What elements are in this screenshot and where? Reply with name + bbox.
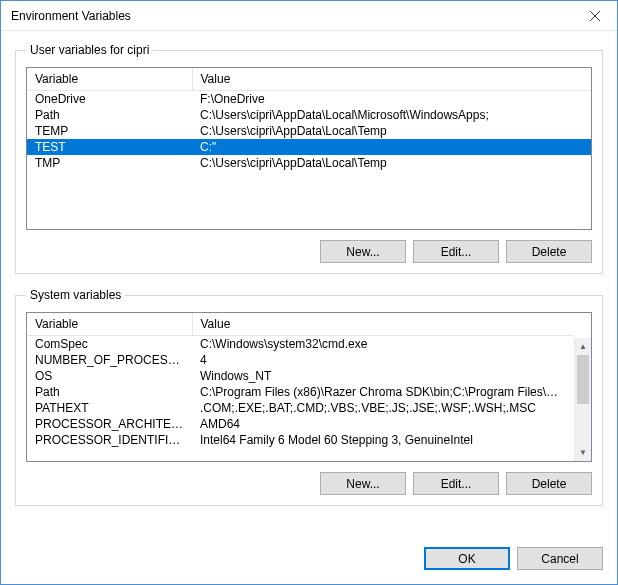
user-edit-button[interactable]: Edit... xyxy=(413,240,499,263)
cell-variable: TEST xyxy=(27,139,192,155)
table-row[interactable]: OneDriveF:\OneDrive xyxy=(27,91,591,108)
scroll-track[interactable] xyxy=(575,355,591,444)
system-button-row: New... Edit... Delete xyxy=(26,472,592,495)
table-row[interactable]: TMPC:\Users\cipri\AppData\Local\Temp xyxy=(27,155,591,171)
table-row[interactable]: ComSpecC:\Windows\system32\cmd.exe xyxy=(27,336,574,353)
system-variables-group: System variables Variable Value ComSpecC… xyxy=(15,288,603,506)
system-col-variable[interactable]: Variable xyxy=(27,313,192,336)
system-col-value[interactable]: Value xyxy=(192,313,574,336)
cell-value: AMD64 xyxy=(192,416,574,432)
user-new-button[interactable]: New... xyxy=(320,240,406,263)
user-variables-table[interactable]: Variable Value OneDriveF:\OneDrivePathC:… xyxy=(27,68,591,171)
cell-variable: ComSpec xyxy=(27,336,192,353)
user-col-value[interactable]: Value xyxy=(192,68,591,91)
user-variables-table-wrap: Variable Value OneDriveF:\OneDrivePathC:… xyxy=(26,67,592,230)
table-row[interactable]: TESTC:" xyxy=(27,139,591,155)
user-delete-button[interactable]: Delete xyxy=(506,240,592,263)
user-button-row: New... Edit... Delete xyxy=(26,240,592,263)
close-button[interactable] xyxy=(572,1,617,31)
scroll-up-icon[interactable]: ▲ xyxy=(575,338,591,355)
scroll-thumb[interactable] xyxy=(577,355,589,404)
cell-value: 4 xyxy=(192,352,574,368)
dialog-content: User variables for cipri Variable Value … xyxy=(1,31,617,547)
cell-variable: Path xyxy=(27,384,192,400)
cell-variable: TEMP xyxy=(27,123,192,139)
cell-value: C:\Users\cipri\AppData\Local\Temp xyxy=(192,123,591,139)
table-row[interactable]: NUMBER_OF_PROCESSORS4 xyxy=(27,352,574,368)
cell-value: C:\Users\cipri\AppData\Local\Microsoft\W… xyxy=(192,107,591,123)
system-delete-button[interactable]: Delete xyxy=(506,472,592,495)
table-row[interactable]: PROCESSOR_ARCHITECTUREAMD64 xyxy=(27,416,574,432)
table-row[interactable]: PathC:\Users\cipri\AppData\Local\Microso… xyxy=(27,107,591,123)
system-new-button[interactable]: New... xyxy=(320,472,406,495)
cancel-button[interactable]: Cancel xyxy=(517,547,603,570)
ok-button[interactable]: OK xyxy=(424,547,510,570)
user-group-legend: User variables for cipri xyxy=(26,43,153,57)
cell-value: C:\Users\cipri\AppData\Local\Temp xyxy=(192,155,591,171)
system-variables-table-wrap: Variable Value ComSpecC:\Windows\system3… xyxy=(26,312,592,462)
scroll-down-icon[interactable]: ▼ xyxy=(575,444,591,461)
cell-variable: OS xyxy=(27,368,192,384)
cell-variable: PROCESSOR_ARCHITECTURE xyxy=(27,416,192,432)
cell-value: Windows_NT xyxy=(192,368,574,384)
cell-value: .COM;.EXE;.BAT;.CMD;.VBS;.VBE;.JS;.JSE;.… xyxy=(192,400,574,416)
system-scrollbar[interactable]: ▲ ▼ xyxy=(574,338,591,461)
cell-variable: PATHEXT xyxy=(27,400,192,416)
system-group-legend: System variables xyxy=(26,288,125,302)
table-row[interactable]: OSWindows_NT xyxy=(27,368,574,384)
system-variables-table[interactable]: Variable Value ComSpecC:\Windows\system3… xyxy=(27,313,574,448)
user-col-variable[interactable]: Variable xyxy=(27,68,192,91)
titlebar: Environment Variables xyxy=(1,1,617,31)
window-title: Environment Variables xyxy=(11,9,572,23)
cell-variable: PROCESSOR_IDENTIFIER xyxy=(27,432,192,448)
dialog-footer: OK Cancel xyxy=(1,547,617,584)
cell-variable: Path xyxy=(27,107,192,123)
table-row[interactable]: TEMPC:\Users\cipri\AppData\Local\Temp xyxy=(27,123,591,139)
cell-value: Intel64 Family 6 Model 60 Stepping 3, Ge… xyxy=(192,432,574,448)
table-row[interactable]: PATHEXT.COM;.EXE;.BAT;.CMD;.VBS;.VBE;.JS… xyxy=(27,400,574,416)
close-icon xyxy=(590,11,600,21)
table-row[interactable]: PROCESSOR_IDENTIFIERIntel64 Family 6 Mod… xyxy=(27,432,574,448)
table-row[interactable]: PathC:\Program Files (x86)\Razer Chroma … xyxy=(27,384,574,400)
system-edit-button[interactable]: Edit... xyxy=(413,472,499,495)
cell-variable: TMP xyxy=(27,155,192,171)
cell-value: C:" xyxy=(192,139,591,155)
cell-value: F:\OneDrive xyxy=(192,91,591,108)
user-variables-group: User variables for cipri Variable Value … xyxy=(15,43,603,274)
cell-value: C:\Windows\system32\cmd.exe xyxy=(192,336,574,353)
cell-variable: NUMBER_OF_PROCESSORS xyxy=(27,352,192,368)
cell-variable: OneDrive xyxy=(27,91,192,108)
cell-value: C:\Program Files (x86)\Razer Chroma SDK\… xyxy=(192,384,574,400)
